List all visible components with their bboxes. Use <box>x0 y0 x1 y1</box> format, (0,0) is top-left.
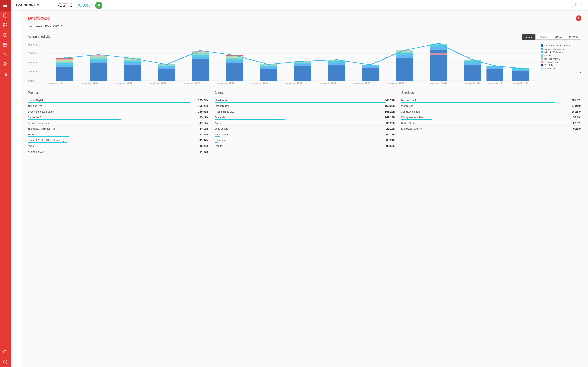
svg-text:sept. 4: sept. 4 <box>487 82 503 83</box>
services-title: Services <box>401 91 581 95</box>
list-item: Google Spreadsheet 47:12h <box>28 120 208 125</box>
list-item: Streetsense 346:29h <box>215 97 395 103</box>
svg-rect-93 <box>430 47 447 50</box>
chart-container: 120h 90h 60h 30h 0h <box>28 43 581 83</box>
timer-project-name: Development <box>58 5 75 8</box>
svg-rect-2 <box>6 24 7 25</box>
legend-color-0 <box>541 44 543 47</box>
svg-point-25 <box>580 4 581 5</box>
svg-rect-60 <box>192 59 209 81</box>
svg-rect-87 <box>396 58 413 81</box>
legend-label-3: matias <box>544 54 551 57</box>
svg-text:120h: 120h <box>28 44 40 46</box>
svg-rect-80 <box>328 65 345 81</box>
tab-users[interactable]: Users <box>522 34 535 40</box>
legend-pagination: ▲ 1 / 2 ▼ <box>541 71 581 74</box>
legend-item-6: Eric Tulle <box>541 64 581 67</box>
svg-rect-76 <box>294 66 311 81</box>
list-item: Freddo 02:52h <box>215 143 395 149</box>
date-range-selector[interactable]: Aug 7, 2016 - Sep 6, 2016 ▼ <box>28 24 63 28</box>
svg-point-10 <box>4 53 6 54</box>
progress-bar <box>28 154 62 154</box>
next-page-icon[interactable]: ▼ <box>579 71 581 74</box>
svg-point-118 <box>436 43 441 44</box>
activity-tabs: Users Projects Clients Services <box>522 34 581 40</box>
svg-rect-41 <box>56 62 73 63</box>
legend-color-4 <box>541 58 543 60</box>
svg-point-109 <box>131 58 134 59</box>
clients-title: Clients <box>215 91 395 95</box>
account-activity-header: Account activity Users Projects Clients … <box>28 34 581 40</box>
timer-menu-icon[interactable] <box>52 3 55 7</box>
list-item: App development 160:53h <box>401 108 581 114</box>
svg-text:90h: 90h <box>28 52 37 54</box>
svg-rect-49 <box>90 56 107 58</box>
prev-page-icon[interactable]: ▲ <box>571 71 573 74</box>
sidebar-item-time[interactable] <box>0 30 11 40</box>
sidebar-item-help[interactable] <box>0 357 11 367</box>
messages-icon[interactable] <box>572 3 576 8</box>
progress-bar <box>401 102 554 103</box>
list-item: TrackingTime LLC 155:28h <box>215 108 395 114</box>
tab-projects[interactable]: Projects <box>535 34 551 40</box>
sidebar-item-users[interactable] <box>0 50 11 59</box>
legend-item-0: Leonardo Custer Leonardo <box>541 44 581 47</box>
sidebar-item-calendar[interactable] <box>0 40 11 50</box>
legend-color-5 <box>541 61 543 63</box>
svg-rect-3 <box>4 26 5 27</box>
projects-list: Estado Digital 165:28h TrackingTime 155:… <box>28 97 208 154</box>
list-item: EstadoDigital 165:28h <box>215 103 395 108</box>
svg-point-26 <box>581 4 582 5</box>
tab-clients[interactable]: Clients <box>551 34 565 40</box>
chart-legend: Leonardo Custer Leonardo Mariana Saturan… <box>541 43 581 83</box>
clients-section: Clients Streetsense 346:29h EstadoDigita… <box>215 91 395 154</box>
svg-point-115 <box>335 59 338 60</box>
more-options-icon[interactable] <box>579 3 584 8</box>
sidebar-item-tasks[interactable] <box>0 59 11 69</box>
svg-rect-69 <box>226 58 243 59</box>
list-item: The Jones (Midway) - full 44:11h <box>28 125 208 131</box>
sidebar-item-dashboard[interactable] <box>0 11 11 20</box>
svg-text:ago. 25: ago. 25 <box>319 82 336 83</box>
svg-point-113 <box>267 64 270 65</box>
svg-rect-58 <box>158 66 175 67</box>
progress-bar <box>28 125 75 125</box>
svg-rect-97 <box>464 65 481 81</box>
svg-rect-52 <box>124 63 141 65</box>
legend-item-5: Federico Remy <box>541 61 581 63</box>
projects-title: Projects <box>28 91 208 95</box>
bottom-sections: Projects Estado Digital 165:28h Tracking… <box>28 91 581 154</box>
tab-services[interactable]: Services <box>565 34 581 40</box>
svg-rect-84 <box>362 68 379 81</box>
progress-bar <box>215 142 218 142</box>
svg-rect-4 <box>6 26 7 27</box>
svg-point-110 <box>165 64 168 65</box>
progress-bar <box>215 114 290 114</box>
svg-rect-81 <box>328 63 345 65</box>
hamburger-menu[interactable] <box>0 0 11 11</box>
help-button[interactable]: ? <box>576 16 581 21</box>
svg-rect-53 <box>124 61 141 63</box>
list-item: Wordpress 171:19h <box>401 103 581 108</box>
svg-text:ago. 19: ago. 19 <box>217 82 234 83</box>
sidebar-item-analytics[interactable] <box>0 69 11 79</box>
list-item: Soho square 23:18h <box>215 125 395 131</box>
progress-bar <box>215 119 285 120</box>
sidebar-item-notifications[interactable] <box>0 347 11 357</box>
progress-bar <box>401 108 490 108</box>
list-item: Awasi 36:25h <box>28 143 208 149</box>
legend-color-3 <box>541 54 543 57</box>
svg-point-108 <box>97 54 100 55</box>
progress-bar <box>28 136 69 137</box>
sidebar-item-reports[interactable] <box>0 20 11 30</box>
svg-text:sept. 2: sept. 2 <box>465 82 480 83</box>
legend-color-6 <box>541 64 543 67</box>
svg-rect-77 <box>294 64 311 66</box>
timer-stop-button[interactable] <box>95 2 103 9</box>
svg-point-119 <box>471 59 474 60</box>
svg-rect-40 <box>56 63 73 65</box>
svg-rect-54 <box>124 60 141 61</box>
svg-rect-66 <box>226 63 243 81</box>
progress-bar <box>215 131 225 131</box>
svg-text:ago. 11: ago. 11 <box>81 82 98 83</box>
